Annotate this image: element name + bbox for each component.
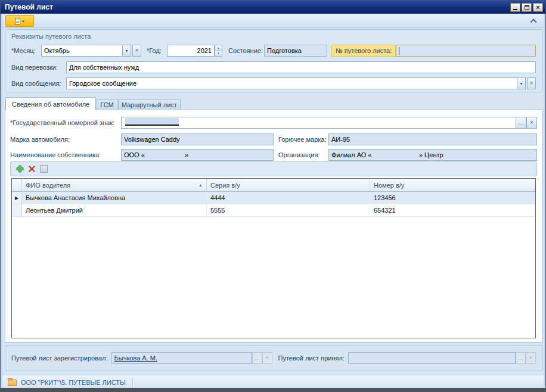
month-label: *Месяц: bbox=[11, 47, 41, 54]
footer-panel: Путевой лист зарегистрировал: Бычкова А.… bbox=[5, 345, 542, 371]
clear-icon: × bbox=[530, 120, 533, 126]
table-row[interactable]: Леонтьев Дмитрий 5555 654321 bbox=[12, 204, 535, 217]
drivers-grid: ФИО водителя ▲ Серия в/у Номер в/у ▶ Быч… bbox=[11, 178, 536, 338]
fuel-label: Горючее марка: bbox=[278, 136, 328, 143]
clear-icon: × bbox=[135, 48, 139, 54]
cell-driver-name: Бычкова Анастасия Михайловна bbox=[22, 192, 207, 204]
inactive-square-icon bbox=[40, 165, 48, 173]
column-header-driver-name[interactable]: ФИО водителя ▲ bbox=[22, 179, 207, 191]
plate-row: *Государственный номерной знак: … × bbox=[10, 116, 537, 129]
requisites-row-2: Вид перевозки: Для собственных нужд bbox=[11, 61, 536, 74]
ellipsis-icon: … bbox=[518, 120, 524, 126]
table-row[interactable]: ▶ Бычкова Анастасия Михайловна 4444 1234… bbox=[12, 192, 535, 204]
window-title: Путевой лист bbox=[3, 3, 509, 11]
waybill-window: Путевой лист × ▾ Реквизиты путевого лист… bbox=[0, 0, 546, 392]
state-label: Состояние: bbox=[228, 47, 264, 54]
year-label: *Год: bbox=[147, 47, 167, 54]
current-row-marker: ▶ bbox=[12, 192, 22, 204]
cell-license-series: 5555 bbox=[207, 204, 370, 216]
tab-vehicle-info[interactable]: Сведения об автомобиле bbox=[5, 97, 96, 110]
communication-dropdown-button[interactable]: ▼ bbox=[517, 77, 526, 89]
maximize-icon bbox=[525, 5, 529, 10]
month-dropdown-button[interactable]: ▼ bbox=[122, 45, 131, 57]
registered-clear-button[interactable]: × bbox=[262, 352, 272, 364]
report-icon bbox=[15, 18, 20, 24]
column-label: Серия в/у bbox=[210, 182, 240, 189]
plate-input[interactable] bbox=[121, 117, 516, 129]
navigation-path: ООО "РКИТ"\5. ПУТЕВЫЕ ЛИСТЫ bbox=[21, 379, 126, 386]
cell-license-number: 123456 bbox=[370, 192, 535, 204]
accepted-browse-button[interactable]: … bbox=[516, 352, 526, 364]
window-frame-left bbox=[1, 14, 2, 388]
vehicle-info-panel: *Государственный номерной знак: … × Марк… bbox=[5, 110, 542, 343]
chevron-down-icon: ▼ bbox=[519, 82, 523, 86]
add-row-icon[interactable] bbox=[16, 165, 24, 173]
communication-type-label: Вид сообщения: bbox=[11, 80, 66, 87]
owner-field: ООО « » bbox=[121, 149, 274, 161]
maximize-button[interactable] bbox=[522, 3, 532, 12]
ellipsis-icon: … bbox=[254, 355, 260, 361]
transport-type-label: Вид перевозки: bbox=[11, 64, 66, 71]
tab-label: Сведения об автомобиле bbox=[12, 101, 89, 108]
grid-header: ФИО водителя ▲ Серия в/у Номер в/у bbox=[12, 179, 535, 192]
tab-label: ГСМ bbox=[100, 101, 113, 108]
owner-value: ООО « » bbox=[124, 151, 188, 158]
collapse-toolbar-button[interactable] bbox=[531, 19, 536, 24]
waybill-number-label: № путевого листа: bbox=[331, 45, 396, 57]
communication-clear-button[interactable]: × bbox=[527, 77, 536, 89]
communication-type-combo[interactable]: Городское сообщение bbox=[66, 77, 517, 89]
column-header-license-series[interactable]: Серия в/у bbox=[207, 179, 370, 191]
tab-strip: Сведения об автомобиле ГСМ Маршрутный ли… bbox=[5, 97, 181, 110]
fuel-value: АИ-95 bbox=[331, 136, 350, 143]
chevron-down-icon: ▼ bbox=[125, 49, 129, 53]
accepted-by-field[interactable] bbox=[348, 352, 516, 364]
status-bar: ООО "РКИТ"\5. ПУТЕВЫЕ ЛИСТЫ bbox=[2, 375, 544, 389]
year-spinner[interactable]: ▴ ▾ bbox=[215, 45, 222, 57]
organization-field: Филиал АО « » Центр bbox=[328, 149, 537, 161]
window-frame-bottom bbox=[1, 388, 545, 391]
brand-value: Volkswagen Caddy bbox=[124, 136, 180, 143]
accepted-clear-button[interactable]: × bbox=[526, 352, 536, 364]
tab-route-sheet[interactable]: Маршрутный лист bbox=[118, 99, 181, 110]
requisites-row-1: *Месяц: Октябрь ▼ × *Год: 2021 ▴ ▾ Состо… bbox=[11, 44, 536, 57]
transport-type-input[interactable]: Для собственных нужд bbox=[66, 61, 536, 73]
owner-label: Наименование собственника: bbox=[10, 151, 121, 158]
registered-browse-button[interactable]: … bbox=[252, 352, 262, 364]
clear-icon: × bbox=[530, 80, 533, 86]
accepted-by-label: Путевой лист принял: bbox=[278, 354, 345, 362]
text-caret bbox=[399, 47, 399, 55]
minimize-button[interactable] bbox=[510, 3, 520, 12]
print-report-button[interactable]: ▾ bbox=[5, 15, 34, 27]
month-clear-button[interactable]: × bbox=[132, 45, 141, 57]
registered-by-label: Путевой лист зарегистрировал: bbox=[11, 354, 108, 362]
waybill-number-input[interactable] bbox=[396, 45, 536, 57]
toolbar: ▾ bbox=[2, 14, 544, 28]
registered-by-value[interactable]: Бычкова А. М. bbox=[114, 354, 157, 362]
spin-down-icon[interactable]: ▾ bbox=[215, 51, 222, 57]
registered-by-field[interactable]: Бычкова А. М. bbox=[111, 352, 252, 364]
transport-type-value: Для собственных нужд bbox=[69, 64, 139, 71]
sort-asc-icon: ▲ bbox=[198, 183, 203, 187]
row-indicator-header bbox=[12, 179, 22, 191]
plate-clear-button[interactable]: × bbox=[526, 117, 537, 129]
titlebar: Путевой лист × bbox=[1, 1, 545, 14]
plate-label: *Государственный номерной знак: bbox=[10, 119, 121, 126]
row-indicator-cell bbox=[12, 204, 22, 216]
brand-label: Марка автомобиля: bbox=[10, 136, 121, 143]
year-input[interactable]: 2021 bbox=[167, 45, 215, 57]
minimize-icon bbox=[513, 9, 517, 10]
organization-value: Филиал АО « » Центр bbox=[331, 151, 443, 158]
spin-up-icon[interactable]: ▴ bbox=[215, 45, 222, 51]
drivers-grid-toolbar bbox=[10, 161, 537, 176]
cell-driver-name: Леонтьев Дмитрий bbox=[22, 204, 207, 216]
plate-browse-button[interactable]: … bbox=[516, 117, 526, 129]
state-field: Подготовка bbox=[264, 45, 327, 57]
delete-row-icon[interactable] bbox=[29, 166, 35, 172]
month-combo[interactable]: Октябрь bbox=[41, 45, 122, 57]
cell-license-series: 4444 bbox=[207, 192, 370, 204]
tab-fuel[interactable]: ГСМ bbox=[97, 99, 117, 110]
masked-plate-value bbox=[125, 118, 179, 126]
brand-row: Марка автомобиля: Volkswagen Caddy Горюч… bbox=[10, 133, 537, 145]
column-header-license-number[interactable]: Номер в/у bbox=[370, 179, 535, 191]
close-button[interactable]: × bbox=[533, 3, 543, 12]
